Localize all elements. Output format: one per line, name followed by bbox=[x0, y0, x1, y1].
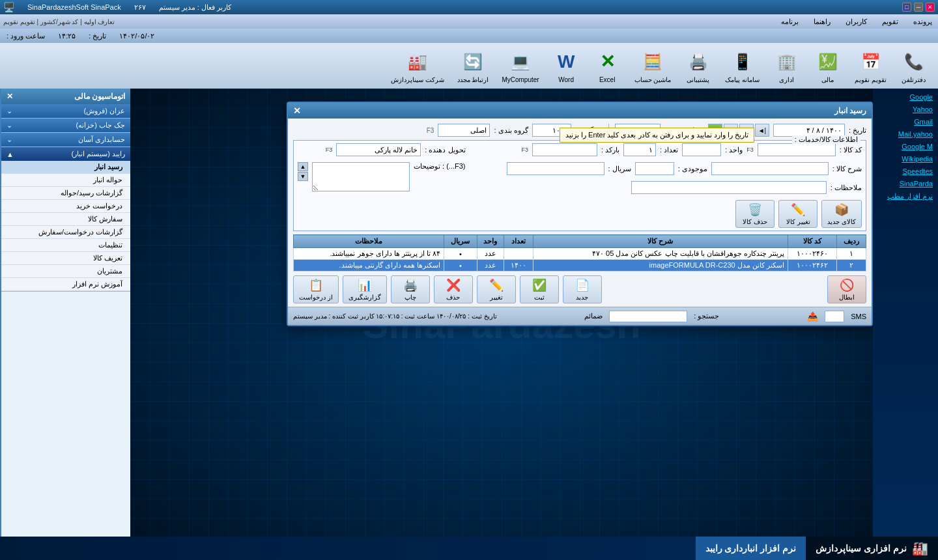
sidebar-item-warrant[interactable]: حواله انبار bbox=[1, 174, 130, 187]
report-button[interactable]: 📊 گزارشگیری bbox=[343, 275, 387, 303]
menu-calendar[interactable]: تقویم bbox=[879, 16, 901, 27]
toolbar-btn-sms[interactable]: 📱 سامانه پیامک bbox=[721, 46, 763, 86]
bookmark-yahoo[interactable]: Yahoo bbox=[876, 104, 935, 115]
section-treasury: جک جاب (خزانه) ⌄ bbox=[1, 119, 130, 133]
toolbar-btn-admin[interactable]: 🏢 اداری bbox=[769, 46, 804, 86]
search-input[interactable] bbox=[609, 311, 687, 322]
table-body: ۱ ۱۰۰۰۲۴۶۰ پرینتر چندکاره جوهرافشان با ق… bbox=[294, 248, 866, 272]
modal-close-button[interactable]: ✕ bbox=[293, 105, 301, 116]
cell-row-1: ۱ bbox=[837, 248, 866, 260]
toolbar-btn-support[interactable]: 🖨️ پشتیبانی bbox=[680, 46, 716, 86]
menu-help[interactable]: راهنما bbox=[811, 16, 833, 27]
delivery-input[interactable] bbox=[336, 143, 421, 156]
goods-code-input[interactable] bbox=[758, 143, 836, 156]
desc-scroll-down[interactable]: ▼ bbox=[298, 172, 308, 181]
table-row[interactable]: ۱ ۱۰۰۰۲۴۶۰ پرینتر چندکاره جوهرافشان با ق… bbox=[294, 248, 866, 260]
menu-program[interactable]: برنامه bbox=[778, 16, 801, 27]
toolbar-btn-company[interactable]: 🏭 شرکت سیناپردازش bbox=[387, 46, 448, 86]
toolbar-btn-reconnect[interactable]: 🔄 ارتباط مجدد bbox=[453, 46, 493, 86]
toolbar-btn-phone[interactable]: 📞 دفترتلفن bbox=[896, 46, 931, 86]
section-sales-header[interactable]: عزان (فروش) ⌄ bbox=[1, 104, 130, 118]
desc-textarea[interactable] bbox=[312, 162, 410, 191]
goods-right: تحویل دهنده : F3 (F3...) : توضیحات ▲ ▼ bbox=[298, 143, 466, 197]
sidebar-item-tutorial[interactable]: آموزش نرم افزار bbox=[1, 278, 130, 291]
unit-input[interactable] bbox=[682, 143, 721, 156]
date-label: تاریخ : bbox=[849, 126, 866, 135]
bookmark-googlem[interactable]: Google M bbox=[876, 141, 935, 152]
cell-count-2: ۱۴۰۰ bbox=[504, 260, 533, 272]
col-notes: ملاحظات bbox=[294, 235, 444, 248]
section-treasury-header[interactable]: جک جاب (خزانه) ⌄ bbox=[1, 119, 130, 132]
desc-scroll-up[interactable]: ▲ bbox=[298, 162, 308, 171]
toolbar-btn-calc[interactable]: 🧮 ماشین حساب bbox=[631, 46, 675, 86]
sidebar-item-purchase-request[interactable]: درخواست خرید bbox=[1, 200, 130, 213]
toolbar-label-sms: سامانه پیامک bbox=[725, 76, 760, 83]
bookmark-mailyahoo[interactable]: Mail.yahoo bbox=[876, 129, 935, 139]
modal-body: تاریخ : |◄ ◄ ► ►| شماره رسید : زیرگروه :… bbox=[288, 119, 872, 325]
sidebar-item-customers[interactable]: مشتریان bbox=[1, 265, 130, 278]
count-label: تعداد : bbox=[660, 146, 678, 154]
delete-goods-button[interactable]: 🗑️ حذف کالا bbox=[735, 200, 775, 228]
bookmark-wikipedia[interactable]: Wikipedia bbox=[876, 154, 935, 164]
goods-name-input[interactable] bbox=[711, 162, 829, 175]
cell-count-1 bbox=[504, 248, 533, 260]
sms-send-icon[interactable]: 📤 bbox=[807, 311, 818, 322]
sidebar-item-order-reports[interactable]: گزارشات درخواست/سفارش bbox=[1, 226, 130, 239]
stock-input[interactable] bbox=[635, 162, 674, 175]
bookmark-medical[interactable]: نرم افزار مطب bbox=[876, 191, 935, 202]
section-warehouse-label: رایبد (سیستم انبار) bbox=[72, 150, 125, 158]
menu-users[interactable]: کاربران bbox=[843, 16, 870, 27]
nav-first-button[interactable]: |◄ bbox=[755, 124, 769, 137]
print-button[interactable]: 🖨️ چاپ bbox=[391, 275, 430, 303]
login-time-value: ۱۴:۲۵ bbox=[58, 32, 76, 40]
bookmark-gmail[interactable]: Gmail bbox=[876, 117, 935, 127]
action-btn-row: 🚫 ابطال 📄 جدید ✅ ثبت ✏️ تغییر bbox=[293, 275, 866, 303]
bookmark-speedtest[interactable]: Speedtes bbox=[876, 166, 935, 176]
add-goods-button[interactable]: 📦 کالای جدید bbox=[821, 200, 862, 228]
company-icon: 🏭 bbox=[405, 49, 431, 75]
section-warehouse: رایبد (سیستم انبار) ▲ رسید انبار حواله ا… bbox=[1, 147, 130, 292]
toolbar-btn-computer[interactable]: 💻 MyComputer bbox=[498, 46, 543, 86]
sidebar-close-icon[interactable]: ✕ bbox=[7, 92, 13, 101]
cell-name-2: اسکنر کانن مدل imageFORMULA DR-C230 bbox=[533, 260, 788, 272]
table-container: ردیف کد کالا شرح کالا تعداد واحد سریال م… bbox=[293, 234, 866, 272]
menu-file[interactable]: پرونده bbox=[911, 16, 935, 27]
delete-label: حذف bbox=[446, 294, 460, 301]
toolbar-btn-word[interactable]: W Word bbox=[548, 46, 584, 86]
date-input[interactable] bbox=[773, 124, 845, 137]
delete-button[interactable]: ❌ حذف bbox=[434, 275, 473, 303]
new-button[interactable]: 📄 جدید bbox=[563, 275, 602, 303]
cell-notes-2: اسکنرها همه دارای گارنتی میباشند. bbox=[294, 260, 444, 272]
toolbar-btn-calendar[interactable]: 📅 تقویم نقویم bbox=[851, 46, 890, 86]
cancel-button[interactable]: 🚫 ابطال bbox=[827, 275, 866, 303]
bookmark-sinaparda[interactable]: SinaParda bbox=[876, 178, 935, 189]
table-row[interactable]: ۲ ۱۰۰۰۲۴۶۲ اسکنر کانن مدل imageFORMULA D… bbox=[294, 260, 866, 272]
register-label: ثبت bbox=[534, 294, 545, 301]
minimize-button[interactable]: ─ bbox=[914, 3, 923, 12]
sidebar-item-settings[interactable]: تنظیمات bbox=[1, 239, 130, 252]
sidebar-item-order[interactable]: سفارش کالا bbox=[1, 213, 130, 226]
register-button[interactable]: ✅ ثبت bbox=[520, 275, 559, 303]
sms-input[interactable] bbox=[825, 311, 844, 322]
section-treasury-label: جک جاب (خزانه) bbox=[76, 121, 125, 130]
sidebar-item-define-goods[interactable]: تعریف کالا bbox=[1, 252, 130, 265]
from-request-button[interactable]: 📋 از درخواست bbox=[293, 275, 339, 303]
serial-input[interactable] bbox=[507, 162, 604, 175]
edit-goods-button[interactable]: ✏️ تغییر کالا bbox=[778, 200, 817, 228]
close-button[interactable]: ✕ bbox=[926, 3, 935, 12]
maximize-button[interactable]: □ bbox=[902, 3, 911, 12]
toolbar-btn-finance[interactable]: 💹 مالی bbox=[810, 46, 846, 86]
section-warehouse-header[interactable]: رایبد (سیستم انبار) ▲ bbox=[1, 147, 130, 161]
sidebar-item-receipt[interactable]: رسید انبار bbox=[1, 161, 130, 174]
bookmark-google[interactable]: Google bbox=[876, 92, 935, 102]
section-accounting-header[interactable]: حسابداری آسان ⌄ bbox=[1, 133, 130, 147]
notes-input[interactable] bbox=[631, 181, 827, 194]
count-input[interactable] bbox=[623, 143, 656, 156]
sidebar-item-reports[interactable]: گزارشات رسید/حواله bbox=[1, 187, 130, 200]
toolbar-btn-excel[interactable]: ✕ Excel bbox=[590, 46, 625, 86]
title-bar-controls[interactable]: ✕ ─ □ bbox=[902, 3, 935, 12]
edit-button[interactable]: ✏️ تغییر bbox=[477, 275, 516, 303]
app-icon: 🖥️ bbox=[3, 2, 14, 12]
barcode-input[interactable] bbox=[532, 143, 597, 156]
group-input[interactable] bbox=[438, 124, 490, 137]
